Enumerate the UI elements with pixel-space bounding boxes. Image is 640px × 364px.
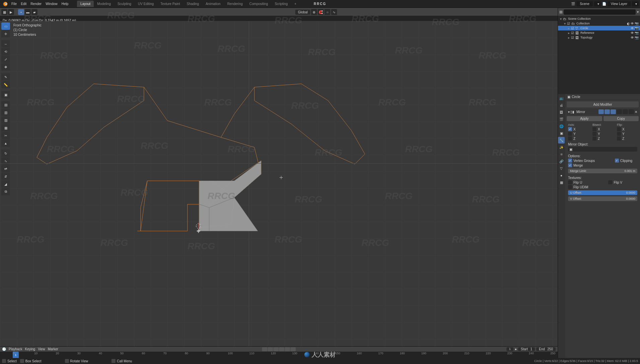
- mod-display-cage[interactable]: [617, 109, 622, 114]
- current-frame-field[interactable]: 1: [506, 347, 513, 351]
- tab-uv-editing[interactable]: UV Editing: [135, 1, 157, 7]
- select-edge-icon[interactable]: ▬: [25, 9, 31, 15]
- tab-scripting[interactable]: Scripting: [271, 1, 291, 7]
- prop-tab-object[interactable]: ▣: [558, 130, 565, 136]
- vertex-groups-check[interactable]: [568, 159, 572, 163]
- prop-tab-output[interactable]: 🖨: [558, 102, 565, 108]
- tab-animation[interactable]: Animation: [202, 1, 224, 7]
- axis-z-check[interactable]: [568, 136, 572, 141]
- prop-tab-mesh[interactable]: ▽: [558, 165, 565, 172]
- menu-render[interactable]: Render: [28, 2, 44, 6]
- tab-add[interactable]: +: [291, 1, 300, 7]
- flip-udim-check[interactable]: [568, 185, 572, 189]
- bisect-z-check[interactable]: [592, 136, 596, 141]
- bisect-y-check[interactable]: [592, 132, 596, 136]
- clipping-check[interactable]: [615, 159, 619, 163]
- prop-tab-viewlayer[interactable]: 🖼: [558, 109, 565, 115]
- tab-texture-paint[interactable]: Texture Paint: [157, 1, 183, 7]
- editor-type-outliner-icon[interactable]: ▤: [559, 10, 562, 14]
- visibility-icon[interactable]: 👁: [631, 31, 634, 35]
- prop-tab-particles[interactable]: ✨: [558, 144, 565, 151]
- mod-display-render[interactable]: [598, 109, 604, 114]
- mod-delete[interactable]: ✕: [635, 110, 637, 114]
- tl-menu-view[interactable]: View: [38, 347, 45, 351]
- tl-menu-keying[interactable]: Keying: [25, 347, 35, 351]
- outliner-search[interactable]: [564, 9, 636, 15]
- prop-tab-scene[interactable]: 🎬: [558, 116, 565, 122]
- visibility-icon[interactable]: 👁: [631, 26, 634, 30]
- prop-tab-texture[interactable]: ▦: [558, 179, 565, 186]
- merge-check[interactable]: [568, 163, 572, 167]
- flip-z-check[interactable]: [617, 136, 621, 141]
- modifier-header[interactable]: ▾▯▮ Mirror ✕: [567, 109, 639, 115]
- tab-shading[interactable]: Shading: [183, 1, 203, 7]
- prop-tab-physics[interactable]: ⚛: [558, 151, 565, 158]
- prop-tab-constraints[interactable]: 🔗: [558, 158, 565, 165]
- u-offset-field[interactable]: U Offset:0.0000: [568, 190, 637, 195]
- tl-menu-marker[interactable]: Marker: [48, 347, 58, 351]
- editor-type-icon[interactable]: ▦: [1, 9, 7, 15]
- render-icon[interactable]: 📷: [635, 36, 639, 39]
- modifier-name[interactable]: Mirror: [575, 110, 598, 114]
- outliner-item-circle[interactable]: ▸☑▽Circle 👁📷: [558, 26, 640, 30]
- proportional-icon[interactable]: ○: [324, 9, 330, 15]
- editor-type-timeline-icon[interactable]: 🕑: [2, 347, 6, 351]
- render-icon[interactable]: 📷: [635, 31, 639, 35]
- keyframe-next-icon[interactable]: [285, 347, 290, 351]
- menu-edit[interactable]: Edit: [19, 2, 28, 6]
- visibility-icon[interactable]: 👁: [631, 36, 634, 39]
- flip-u-check[interactable]: [568, 180, 572, 184]
- mode-selector[interactable]: ▶: [8, 9, 14, 15]
- restrict-select-icon[interactable]: ◐: [627, 22, 630, 25]
- flip-y-check[interactable]: [617, 132, 621, 136]
- tab-rendering[interactable]: Rendering: [224, 1, 246, 7]
- tl-menu-playback[interactable]: Playback: [9, 347, 22, 351]
- outliner-scene-collection[interactable]: ▾🗀Scene Collection: [558, 16, 640, 21]
- viewlayer-new-button[interactable]: ▾: [632, 1, 639, 6]
- render-icon[interactable]: 📷: [635, 26, 639, 30]
- orientation-dropdown[interactable]: Global: [295, 10, 310, 15]
- menu-window[interactable]: Window: [44, 2, 60, 6]
- select-vertex-icon[interactable]: ▪: [18, 9, 24, 15]
- jump-end-icon[interactable]: [291, 347, 296, 351]
- tab-sculpting[interactable]: Sculpting: [114, 1, 135, 7]
- menu-help[interactable]: Help: [60, 2, 71, 6]
- play-reverse-icon[interactable]: [273, 347, 279, 351]
- viewlayer-field[interactable]: View Layer: [608, 1, 631, 6]
- prop-tab-render[interactable]: 📺: [558, 95, 565, 101]
- scene-new-button[interactable]: ▾: [594, 1, 601, 6]
- visibility-icon[interactable]: 👁: [631, 22, 634, 25]
- tab-layout[interactable]: Layout: [77, 1, 94, 7]
- timeline-ruler[interactable]: 1 01020304050607080901001101201301401501…: [0, 352, 558, 358]
- jump-start-icon[interactable]: [262, 347, 267, 351]
- prop-tab-material[interactable]: ●: [558, 172, 565, 179]
- filter-icon[interactable]: ▾: [637, 10, 639, 14]
- end-frame-field[interactable]: End 250: [536, 347, 556, 351]
- outliner-collection[interactable]: ▾☑🗀Collection ◐👁📷: [558, 21, 640, 26]
- timeline[interactable]: 🕑 Playback Keying View Marker 1 ● Start …: [0, 346, 558, 358]
- prop-tab-world[interactable]: 🌐: [558, 123, 565, 129]
- tab-compositing[interactable]: Compositing: [246, 1, 271, 7]
- keyframe-prev-icon[interactable]: [268, 347, 273, 351]
- autokey-icon[interactable]: ●: [515, 347, 517, 351]
- axis-x-check[interactable]: [568, 127, 572, 131]
- render-icon[interactable]: 📷: [635, 22, 639, 25]
- merge-limit-field[interactable]: Merge Limit:0.001 m: [568, 169, 637, 173]
- menu-file[interactable]: File: [9, 2, 19, 6]
- flip-x-check[interactable]: [617, 127, 621, 131]
- mod-move-down[interactable]: [629, 109, 634, 114]
- mirror-object-field[interactable]: ▣: [568, 147, 637, 152]
- outliner-item-reference[interactable]: ▸☑🖼Reference 👁📷: [558, 30, 640, 35]
- flip-v-check[interactable]: [608, 180, 612, 184]
- mod-display-viewport[interactable]: [605, 109, 610, 114]
- viewport-3d[interactable]: Front Orthographic (1) Circle 10 Centime…: [0, 21, 558, 364]
- falloff-icon[interactable]: ∿: [331, 9, 337, 15]
- mod-move-up[interactable]: [623, 109, 628, 114]
- tab-modeling[interactable]: Modeling: [94, 1, 114, 7]
- select-face-icon[interactable]: ▰: [31, 9, 37, 15]
- add-modifier-button[interactable]: Add Modifier: [567, 101, 639, 107]
- outliner[interactable]: ▾🗀Scene Collection ▾☑🗀Collection ◐👁📷 ▸☑▽…: [558, 16, 640, 94]
- play-icon[interactable]: [279, 347, 285, 351]
- start-frame-field[interactable]: Start 1: [518, 347, 535, 351]
- v-offset-field[interactable]: V Offset:0.0000: [568, 196, 637, 201]
